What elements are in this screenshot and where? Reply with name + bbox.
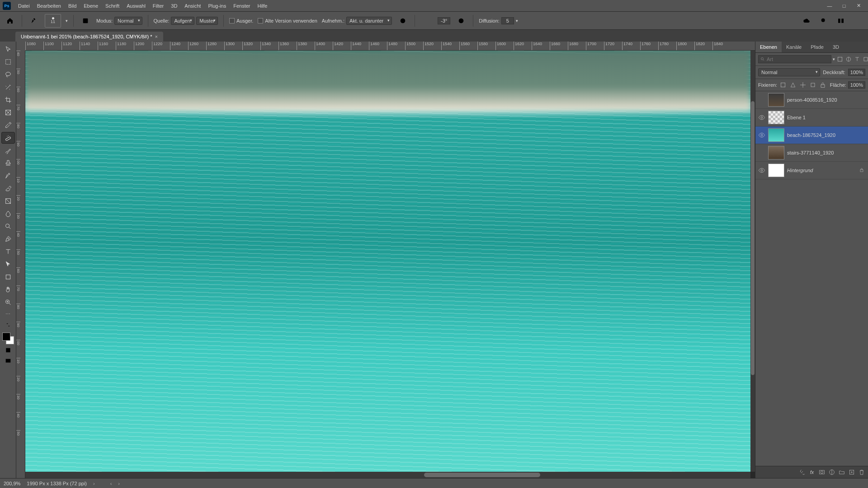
- layer-filter-input[interactable]: [758, 55, 831, 63]
- legacy-checkbox[interactable]: [258, 18, 263, 23]
- visibility-toggle-icon[interactable]: [758, 131, 765, 139]
- visibility-toggle-icon[interactable]: [758, 149, 765, 156]
- layer-mask-icon[interactable]: [817, 468, 826, 476]
- color-swatches[interactable]: [2, 333, 14, 344]
- layer-thumbnail[interactable]: [768, 164, 784, 177]
- layer-name[interactable]: Ebene 1: [787, 115, 856, 120]
- layer-row[interactable]: stairs-3771140_1920: [755, 144, 868, 162]
- home-icon[interactable]: [4, 14, 16, 27]
- layer-thumbnail[interactable]: [768, 128, 784, 142]
- blur-tool[interactable]: [1, 208, 15, 220]
- opacity-value[interactable]: 100%: [848, 69, 865, 76]
- link-layers-icon[interactable]: [797, 468, 807, 476]
- sample-dropdown[interactable]: Akt. u. darunter: [346, 17, 392, 25]
- document-tab[interactable]: Unbenannt-1 bei 201% (beach-1867524_1920…: [15, 32, 163, 42]
- gradient-tool[interactable]: [1, 195, 15, 207]
- close-button[interactable]: ✕: [852, 1, 865, 11]
- pressure-angle-icon[interactable]: [455, 14, 467, 27]
- menu-ebene[interactable]: Ebene: [80, 1, 102, 10]
- layer-thumbnail[interactable]: [768, 111, 784, 124]
- angle-value[interactable]: -3°: [438, 17, 450, 24]
- filter-adjust-icon[interactable]: [845, 55, 852, 63]
- path-select-tool[interactable]: [1, 258, 15, 270]
- ignore-adjustment-icon[interactable]: [396, 14, 409, 27]
- close-tab-icon[interactable]: ×: [155, 34, 157, 39]
- diffusion-value[interactable]: 5: [501, 17, 514, 24]
- filter-pixel-icon[interactable]: [836, 55, 844, 63]
- aligned-checkbox[interactable]: [229, 18, 235, 23]
- visibility-toggle-icon[interactable]: [758, 167, 765, 174]
- menu-hilfe[interactable]: Hilfe: [254, 1, 271, 10]
- menu-auswahl[interactable]: Auswahl: [123, 1, 149, 10]
- layer-group-icon[interactable]: [837, 468, 846, 476]
- brush-preview[interactable]: 11: [45, 14, 61, 28]
- foreground-color-swatch[interactable]: [2, 333, 10, 341]
- edit-toolbar-icon[interactable]: ⋯: [1, 309, 15, 319]
- scrollbar-vertical[interactable]: [750, 51, 755, 472]
- fill-value[interactable]: 100%: [848, 81, 865, 89]
- canvas[interactable]: [25, 51, 750, 478]
- next-icon[interactable]: ›: [118, 481, 120, 486]
- workspace-icon[interactable]: [835, 14, 847, 27]
- menu-schrift[interactable]: Schrift: [102, 1, 123, 10]
- menu-ansicht[interactable]: Ansicht: [181, 1, 204, 10]
- share-icon[interactable]: [852, 14, 864, 27]
- screenmode-icon[interactable]: [1, 356, 15, 366]
- lock-pixels-icon[interactable]: [789, 81, 797, 89]
- layer-name[interactable]: beach-1867524_1920: [787, 132, 856, 138]
- stamp-tool[interactable]: [1, 157, 15, 169]
- filter-shape-icon[interactable]: [862, 55, 868, 63]
- cloud-docs-icon[interactable]: [800, 14, 813, 27]
- tab-paths[interactable]: Pfade: [806, 42, 828, 52]
- scrollbar-horizontal[interactable]: [25, 472, 750, 478]
- visibility-toggle-icon[interactable]: [758, 96, 765, 103]
- zoom-value[interactable]: 200,9%: [4, 481, 20, 486]
- angle-icon[interactable]: [420, 14, 433, 27]
- menu-bearbeiten[interactable]: Bearbeiten: [33, 1, 65, 10]
- menu-bild[interactable]: Bild: [65, 1, 80, 10]
- delete-layer-icon[interactable]: [857, 468, 866, 476]
- healing-brush-tool[interactable]: [1, 132, 15, 144]
- tab-3d[interactable]: 3D: [828, 42, 844, 52]
- menu-3d[interactable]: 3D: [167, 1, 181, 10]
- menu-filter[interactable]: Filter: [149, 1, 167, 10]
- tab-layers[interactable]: Ebenen: [755, 42, 782, 52]
- lock-transparent-icon[interactable]: [779, 81, 787, 89]
- new-layer-icon[interactable]: [847, 468, 856, 476]
- tool-preset-icon[interactable]: [28, 14, 40, 27]
- brush-panel-icon[interactable]: [79, 14, 92, 27]
- source-pattern-button[interactable]: Muster: [196, 17, 218, 25]
- dropdown-arrow-icon[interactable]: ▾: [516, 19, 518, 23]
- dropdown-arrow-icon[interactable]: ▾: [833, 57, 835, 61]
- menu-plug-ins[interactable]: Plug-ins: [204, 1, 230, 10]
- lasso-tool[interactable]: [1, 69, 15, 80]
- doc-info[interactable]: 1990 Px x 1338 Px (72 ppi): [27, 481, 87, 486]
- info-dropdown-icon[interactable]: ›: [93, 481, 95, 486]
- menu-fenster[interactable]: Fenster: [230, 1, 254, 10]
- filter-type-icon[interactable]: [854, 55, 861, 63]
- quickmask-icon[interactable]: [1, 345, 15, 355]
- lock-artboard-icon[interactable]: [809, 81, 817, 89]
- minimize-button[interactable]: —: [823, 1, 836, 11]
- ruler-horizontal[interactable]: 1080110011201140116011801200122012401260…: [25, 42, 755, 51]
- history-brush-tool[interactable]: [1, 170, 15, 182]
- ruler-vertical[interactable]: 4050607080900010203040506070809000102030…: [16, 51, 25, 478]
- marquee-tool[interactable]: [1, 56, 15, 68]
- tab-channels[interactable]: Kanäle: [782, 42, 806, 52]
- adjustment-layer-icon[interactable]: [827, 468, 836, 476]
- menu-datei[interactable]: Datei: [14, 1, 33, 10]
- eyedropper-tool[interactable]: [1, 119, 15, 131]
- visibility-toggle-icon[interactable]: [758, 114, 765, 121]
- wand-tool[interactable]: [1, 81, 15, 93]
- layer-row[interactable]: beach-1867524_1920: [755, 127, 868, 144]
- layer-fx-icon[interactable]: fx: [807, 468, 816, 476]
- layer-name[interactable]: stairs-3771140_1920: [787, 150, 856, 155]
- lock-position-icon[interactable]: [799, 81, 807, 89]
- scrollbar-thumb[interactable]: [424, 473, 540, 477]
- dropdown-arrow-icon[interactable]: ▾: [66, 19, 68, 23]
- layer-thumbnail[interactable]: [768, 93, 784, 107]
- layer-name[interactable]: Hintergrund: [787, 168, 856, 173]
- lock-all-icon[interactable]: [819, 81, 827, 89]
- hand-tool[interactable]: [1, 284, 15, 296]
- zoom-tool[interactable]: [1, 296, 15, 308]
